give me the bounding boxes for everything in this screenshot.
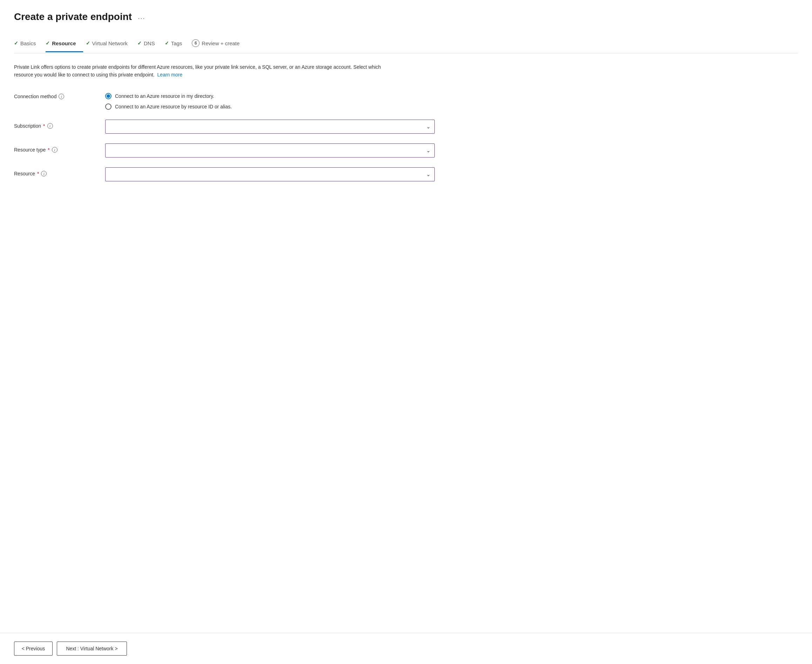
resource-type-label: Resource type xyxy=(14,147,45,153)
check-icon-resource: ✓ xyxy=(45,40,50,46)
tab-virtual-network-label: Virtual Network xyxy=(92,40,128,46)
resource-select[interactable] xyxy=(105,167,435,181)
connection-method-radio-group: Connect to an Azure resource in my direc… xyxy=(105,90,435,110)
subscription-info-icon[interactable]: i xyxy=(47,123,53,129)
resource-type-dropdown-wrapper: ⌄ xyxy=(105,143,435,158)
tab-tags-label: Tags xyxy=(171,40,182,46)
form-section: Connection method i Connect to an Azure … xyxy=(14,90,435,181)
radio-resource-id[interactable] xyxy=(105,104,112,110)
radio-option-directory[interactable]: Connect to an Azure resource in my direc… xyxy=(105,93,435,99)
resource-type-row: Resource type * i ⌄ xyxy=(14,143,435,158)
resource-info-icon[interactable]: i xyxy=(41,171,47,176)
tab-virtual-network[interactable]: ✓ Virtual Network xyxy=(86,36,135,52)
resource-row: Resource * i ⌄ xyxy=(14,167,435,181)
learn-more-link[interactable]: Learn more xyxy=(158,72,183,78)
resource-type-required: * xyxy=(48,147,49,153)
check-icon-basics: ✓ xyxy=(14,40,18,46)
previous-button[interactable]: < Previous xyxy=(14,641,53,656)
check-icon-dns: ✓ xyxy=(138,40,142,46)
connection-method-info-icon[interactable]: i xyxy=(58,94,64,99)
ellipsis-button[interactable]: ... xyxy=(136,11,147,23)
subscription-select[interactable] xyxy=(105,120,435,133)
subscription-required: * xyxy=(43,123,45,129)
next-button[interactable]: Next : Virtual Network > xyxy=(57,641,127,656)
wizard-tabs: ✓ Basics ✓ Resource ✓ Virtual Network ✓ … xyxy=(14,35,798,53)
check-icon-tags: ✓ xyxy=(165,40,169,46)
subscription-dropdown-wrapper: ⌄ xyxy=(105,120,435,133)
resource-required: * xyxy=(37,171,39,176)
check-icon-virtual-network: ✓ xyxy=(86,40,90,46)
radio-directory[interactable] xyxy=(105,93,112,99)
tab-dns-label: DNS xyxy=(144,40,155,46)
tab-dns[interactable]: ✓ DNS xyxy=(138,36,162,52)
tab-tags[interactable]: ✓ Tags xyxy=(165,36,189,52)
tab-review-create[interactable]: 6 Review + create xyxy=(192,35,247,53)
tab-resource-label: Resource xyxy=(52,40,76,46)
subscription-row: Subscription * i ⌄ xyxy=(14,120,435,133)
page-title: Create a private endpoint xyxy=(14,11,132,23)
tab-review-create-label: Review + create xyxy=(201,40,239,46)
tab-basics[interactable]: ✓ Basics xyxy=(14,36,43,52)
resource-type-select[interactable] xyxy=(105,143,435,158)
resource-dropdown-wrapper: ⌄ xyxy=(105,167,435,181)
resource-label: Resource xyxy=(14,171,35,176)
radio-directory-label: Connect to an Azure resource in my direc… xyxy=(115,93,214,99)
connection-method-label: Connection method xyxy=(14,94,57,99)
footer: < Previous Next : Virtual Network > xyxy=(0,633,812,664)
connection-method-row: Connection method i Connect to an Azure … xyxy=(14,90,435,110)
description-text: Private Link offers options to create pr… xyxy=(14,63,400,79)
radio-option-resource-id[interactable]: Connect to an Azure resource by resource… xyxy=(105,104,435,110)
subscription-label: Subscription xyxy=(14,123,41,129)
step-number-review: 6 xyxy=(192,39,200,47)
resource-type-info-icon[interactable]: i xyxy=(52,147,57,153)
tab-resource[interactable]: ✓ Resource xyxy=(45,36,83,52)
radio-resource-id-label: Connect to an Azure resource by resource… xyxy=(115,104,232,109)
tab-basics-label: Basics xyxy=(20,40,36,46)
